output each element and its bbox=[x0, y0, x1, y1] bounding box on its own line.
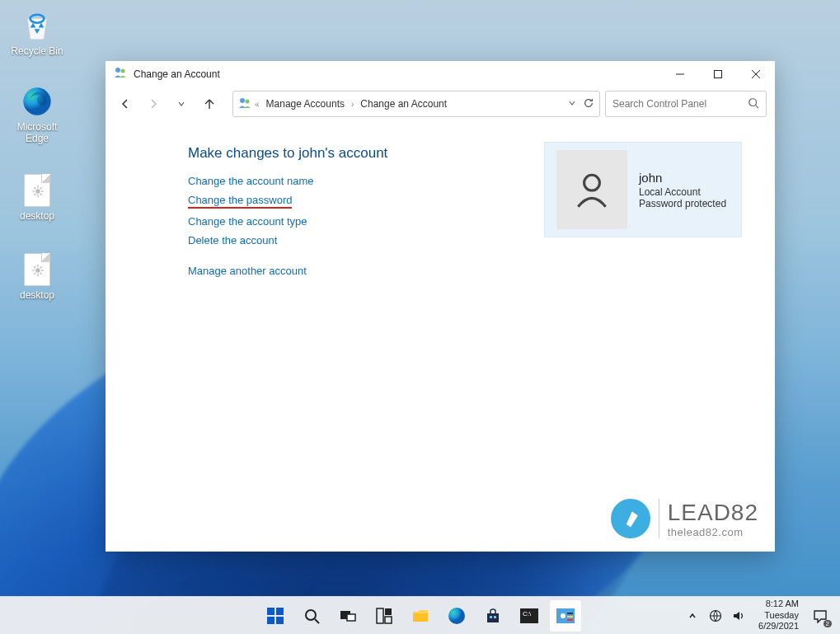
watermark: LEAD82 thelead82.com bbox=[611, 499, 758, 538]
svg-point-43 bbox=[448, 608, 465, 624]
lead82-logo-icon bbox=[611, 499, 650, 538]
svg-rect-40 bbox=[377, 608, 383, 623]
link-manage-another-account[interactable]: Manage another account bbox=[188, 265, 307, 277]
svg-rect-35 bbox=[276, 617, 284, 624]
svg-line-28 bbox=[756, 105, 759, 108]
taskbar-search-button[interactable] bbox=[295, 599, 328, 632]
svg-line-16 bbox=[40, 273, 42, 275]
minimize-button[interactable] bbox=[661, 61, 699, 87]
edge-icon bbox=[20, 84, 54, 119]
svg-rect-45 bbox=[494, 616, 496, 618]
recent-dropdown[interactable] bbox=[170, 92, 193, 115]
svg-rect-51 bbox=[567, 616, 573, 618]
maximize-button[interactable] bbox=[699, 61, 737, 87]
task-view-button[interactable] bbox=[331, 599, 364, 632]
window-controls bbox=[661, 61, 775, 87]
chevron-right-icon: › bbox=[351, 100, 354, 109]
svg-point-29 bbox=[584, 175, 600, 190]
link-change-password[interactable]: Change the password bbox=[188, 194, 292, 209]
svg-line-15 bbox=[34, 266, 35, 268]
watermark-brand: LEAD82 bbox=[668, 500, 758, 526]
svg-point-27 bbox=[749, 98, 757, 106]
system-tray: 8:12 AM Tuesday 6/29/2021 2 bbox=[684, 597, 835, 634]
svg-point-1 bbox=[35, 189, 40, 193]
svg-rect-22 bbox=[715, 71, 722, 78]
address-dropdown[interactable] bbox=[568, 98, 576, 110]
up-button[interactable] bbox=[198, 92, 221, 115]
address-bar[interactable]: « Manage Accounts › Change an Account bbox=[232, 91, 600, 117]
svg-rect-52 bbox=[567, 619, 573, 621]
avatar bbox=[556, 150, 627, 229]
tray-overflow-button[interactable] bbox=[684, 608, 701, 624]
notifications-button[interactable]: 2 bbox=[810, 606, 830, 626]
widgets-button[interactable] bbox=[368, 599, 401, 632]
svg-rect-34 bbox=[267, 617, 275, 624]
account-info: john Local Account Password protected bbox=[639, 171, 726, 209]
svg-line-9 bbox=[40, 187, 42, 189]
titlebar[interactable]: Change an Account bbox=[106, 61, 775, 87]
taskbar-clock[interactable]: 8:12 AM Tuesday 6/29/2021 bbox=[753, 599, 804, 632]
desktop-icon-file-1[interactable]: desktop bbox=[5, 173, 69, 223]
taskbar-center: C:\ bbox=[259, 599, 582, 632]
desktop-icon-edge[interactable]: Microsoft Edge bbox=[5, 84, 69, 146]
file-icon bbox=[20, 173, 54, 208]
search-bar[interactable] bbox=[605, 91, 767, 117]
network-icon[interactable] bbox=[707, 608, 724, 624]
window-title: Change an Account bbox=[134, 68, 220, 80]
svg-rect-39 bbox=[347, 614, 355, 621]
search-icon[interactable] bbox=[748, 97, 759, 111]
clock-time: 8:12 AM bbox=[758, 599, 799, 610]
breadcrumb-change-account[interactable]: Change an Account bbox=[357, 96, 450, 111]
svg-point-36 bbox=[306, 610, 316, 620]
svg-rect-41 bbox=[385, 608, 392, 615]
forward-button[interactable] bbox=[142, 92, 165, 115]
svg-rect-33 bbox=[276, 608, 284, 615]
svg-point-20 bbox=[121, 69, 125, 73]
svg-line-8 bbox=[34, 194, 35, 195]
link-change-account-type[interactable]: Change the account type bbox=[188, 215, 307, 228]
volume-icon[interactable] bbox=[730, 608, 747, 624]
refresh-button[interactable] bbox=[583, 97, 594, 111]
svg-line-7 bbox=[40, 194, 42, 195]
svg-line-6 bbox=[34, 187, 35, 189]
control-panel-taskbar-button[interactable] bbox=[549, 599, 582, 632]
file-explorer-button[interactable] bbox=[404, 599, 437, 632]
watermark-url: thelead82.com bbox=[668, 526, 758, 538]
clock-date: 6/29/2021 bbox=[758, 621, 799, 632]
svg-rect-50 bbox=[567, 613, 573, 614]
breadcrumb-manage-accounts[interactable]: Manage Accounts bbox=[263, 96, 348, 111]
svg-point-26 bbox=[246, 99, 250, 103]
close-button[interactable] bbox=[737, 61, 775, 87]
taskbar: C:\ 8:12 AM Tuesday 6/29/2021 2 bbox=[0, 596, 840, 634]
svg-point-19 bbox=[115, 68, 120, 73]
edge-taskbar-button[interactable] bbox=[440, 599, 473, 632]
link-delete-account[interactable]: Delete the account bbox=[188, 234, 277, 247]
svg-rect-32 bbox=[267, 608, 275, 615]
desktop-icon-file-2[interactable]: desktop bbox=[5, 252, 69, 302]
svg-text:C:\: C:\ bbox=[523, 610, 532, 618]
account-card[interactable]: john Local Account Password protected bbox=[544, 142, 742, 237]
account-username: john bbox=[639, 171, 726, 185]
store-button[interactable] bbox=[476, 599, 509, 632]
recycle-bin-icon bbox=[20, 8, 54, 43]
desktop-icon-label: desktop bbox=[18, 289, 56, 302]
desktop-icon-recycle-bin[interactable]: Recycle Bin bbox=[5, 8, 69, 58]
svg-rect-42 bbox=[385, 617, 392, 623]
link-change-account-name[interactable]: Change the account name bbox=[188, 175, 314, 187]
terminal-button[interactable]: C:\ bbox=[513, 599, 546, 632]
start-button[interactable] bbox=[259, 599, 292, 632]
svg-point-31 bbox=[636, 511, 638, 513]
desktop-icon-label: Microsoft Edge bbox=[5, 120, 69, 146]
account-protection: Password protected bbox=[639, 198, 726, 209]
content-area: Make changes to john's account Change th… bbox=[106, 120, 775, 552]
account-type: Local Account bbox=[639, 186, 726, 198]
svg-point-49 bbox=[561, 613, 565, 618]
svg-line-37 bbox=[315, 619, 319, 623]
navigation-bar: « Manage Accounts › Change an Account bbox=[106, 87, 775, 120]
search-input[interactable] bbox=[612, 98, 743, 110]
control-panel-window: Change an Account « Manage Accounts › Ch… bbox=[106, 61, 775, 552]
svg-point-10 bbox=[35, 268, 40, 272]
desktop-icon-label: desktop bbox=[18, 209, 56, 223]
clock-day: Tuesday bbox=[758, 610, 799, 622]
back-button[interactable] bbox=[114, 92, 137, 115]
